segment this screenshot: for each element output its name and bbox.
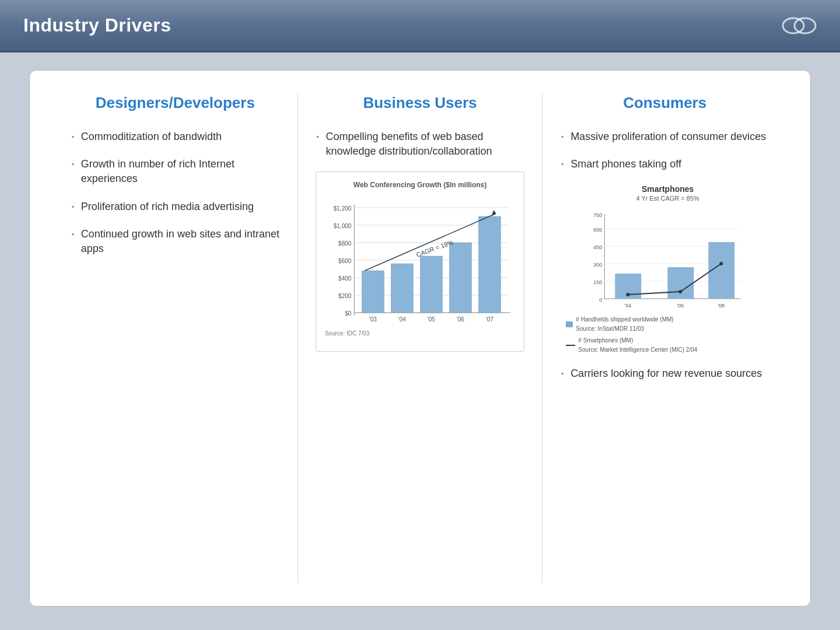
consumers-top-bullets: Massive proliferation of consumer device… (560, 130, 769, 172)
company-logo-icon (782, 11, 817, 40)
svg-text:'06: '06 (456, 316, 464, 323)
list-item: Proliferation of rich media advertising (71, 200, 280, 214)
legend-text: # Smartphones (MM)Source: Market Intelli… (578, 336, 697, 355)
svg-text:$800: $800 (338, 240, 352, 247)
bar-chart-svg: $0 $200 $400 $600 $800 $1,000 $1,200 (325, 196, 516, 324)
column-designers: Designers/Developers Commoditization of … (53, 94, 298, 583)
svg-text:'04: '04 (625, 303, 632, 309)
list-item: Massive proliferation of consumer device… (560, 130, 769, 144)
smartphones-legend: # Handhelds shipped worldwide (MM)Source… (566, 315, 769, 355)
legend-item-smartphones: # Smartphones (MM)Source: Market Intelli… (566, 336, 769, 355)
smartphones-cagr: 4 Yr Est CAGR = 85% (566, 195, 769, 202)
svg-text:$0: $0 (345, 310, 352, 317)
svg-text:450: 450 (594, 244, 603, 250)
columns-container: Designers/Developers Commoditization of … (53, 94, 787, 583)
svg-text:'04: '04 (398, 316, 405, 323)
consumers-title: Consumers (560, 94, 769, 112)
legend-text: # Handhelds shipped worldwide (MM)Source… (576, 315, 673, 334)
svg-text:'08: '08 (718, 303, 725, 309)
svg-point-46 (626, 293, 630, 296)
main-content: Designers/Developers Commoditization of … (29, 70, 811, 607)
svg-text:750: 750 (594, 212, 603, 218)
svg-text:$1,000: $1,000 (333, 223, 351, 229)
svg-text:'06: '06 (677, 303, 684, 309)
svg-text:150: 150 (594, 279, 603, 285)
svg-point-1 (794, 18, 816, 33)
svg-text:$200: $200 (338, 293, 352, 299)
svg-point-47 (679, 290, 682, 293)
consumers-bottom-bullets: Carriers looking for new revenue sources (560, 366, 769, 381)
svg-point-48 (720, 262, 723, 265)
svg-text:'03: '03 (369, 316, 376, 323)
list-item: Growth in number of rich Internet experi… (71, 157, 280, 186)
list-item: Commoditization of bandwidth (71, 130, 280, 144)
designers-bullets: Commoditization of bandwidth Growth in n… (71, 130, 280, 256)
smartphones-chart-title: Smartphones (566, 184, 769, 194)
smartphones-section: Smartphones 4 Yr Est CAGR = 85% 0 150 30… (560, 184, 769, 355)
svg-text:600: 600 (594, 227, 603, 233)
svg-text:CAGR = 18%: CAGR = 18% (415, 239, 454, 258)
svg-text:$400: $400 (338, 275, 352, 282)
chart-title: Web Conferencing Growth ($In millions) (325, 181, 516, 189)
page-title: Industry Drivers (23, 15, 171, 36)
svg-rect-20 (420, 256, 442, 313)
svg-rect-18 (362, 271, 384, 313)
web-conferencing-chart: Web Conferencing Growth ($In millions) $… (316, 172, 525, 352)
legend-line-icon (566, 345, 575, 346)
legend-item-handhelds: # Handhelds shipped worldwide (MM)Source… (566, 315, 769, 334)
svg-rect-19 (391, 264, 413, 313)
legend-box-icon (566, 321, 573, 327)
svg-rect-21 (449, 243, 471, 313)
column-consumers: Consumers Massive proliferation of consu… (542, 94, 787, 583)
svg-rect-22 (478, 216, 501, 313)
svg-text:'07: '07 (485, 316, 493, 323)
business-title: Business Users (316, 94, 525, 112)
business-bullets: Compelling benefits of web based knowled… (316, 130, 525, 159)
list-item: Compelling benefits of web based knowled… (316, 130, 525, 159)
designers-title: Designers/Developers (71, 94, 280, 112)
chart-source: Source: IDC 7/03 (325, 330, 516, 337)
svg-text:$600: $600 (338, 258, 352, 264)
header: Industry Drivers (0, 0, 840, 52)
svg-point-0 (783, 18, 804, 33)
list-item: Continued growth in web sites and intran… (71, 227, 280, 256)
svg-text:300: 300 (594, 262, 603, 268)
svg-text:'05: '05 (427, 316, 435, 323)
list-item: Smart phones taking off (560, 157, 769, 172)
smartphones-chart-svg: 0 150 300 450 600 750 (566, 205, 769, 310)
svg-text:$1,200: $1,200 (333, 205, 351, 212)
svg-rect-44 (668, 267, 694, 299)
column-business: Business Users Compelling benefits of we… (298, 94, 543, 583)
svg-text:0: 0 (600, 297, 603, 303)
list-item: Carriers looking for new revenue sources (560, 366, 769, 381)
